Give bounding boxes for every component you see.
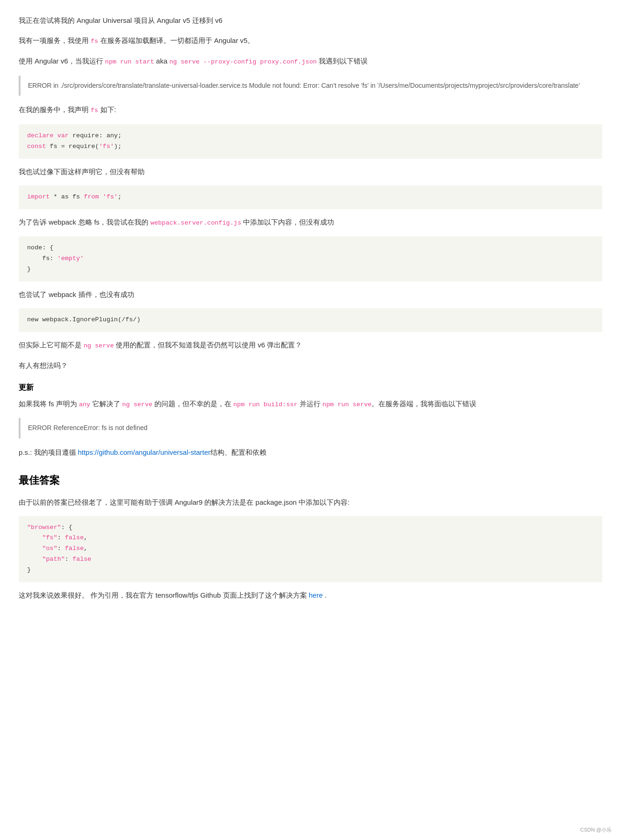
best-answer-title: 最佳答案 [19, 472, 602, 489]
best-answer-title-text: 最佳答案 [19, 474, 60, 486]
para-webpack-code: webpack.server.config.js [151, 219, 241, 226]
update-title: 更新 [19, 381, 602, 394]
paragraph-ideas: 有人有想法吗？ [19, 359, 602, 372]
para-ngserve-before: 但实际上它可能不是 [19, 341, 84, 349]
paragraph-1: 我正在尝试将我的 Angular Universal 项目从 Angular v… [19, 14, 602, 27]
para-update-before: 如果我将 fs 声明为 [19, 400, 79, 408]
para-ps-after: 结构、配置和依赖 [210, 448, 266, 456]
para3-code-ng-serve: ng serve --proxy-config proxy.conf.json [169, 58, 317, 65]
paragraph-best: 由于以前的答案已经很老了，这里可能有助于强调 Angular9 的解决方法是在 … [19, 496, 602, 508]
para-update-code-serve: npm run serve [322, 401, 371, 408]
para-ps-before: p.s.: 我的项目遵循 [19, 448, 78, 456]
para-declare-code: fs [91, 107, 98, 114]
para-declare-after: 如下: [98, 106, 116, 113]
para2-after: 在服务器端加载翻译。一切都适用于 Angular v5。 [98, 36, 254, 44]
para-update-middle1: 它解决了 [90, 400, 122, 408]
paragraph-plugin: 也尝试了 webpack 插件，也没有成功 [19, 288, 602, 301]
para-final-after: . [323, 591, 327, 599]
para-update-code-any: any [79, 401, 90, 408]
para-ps-link[interactable]: https://github.com/angular/universal-sta… [78, 448, 210, 456]
paragraph-update: 如果我将 fs 声明为 any 它解决了 ng serve 的问题，但不幸的是，… [19, 397, 602, 410]
paragraph-3: 使用 Angular v6，当我运行 npm run start aka ng … [19, 55, 602, 68]
error-block-2: ERROR ReferenceError: fs is not defined [19, 418, 602, 438]
update-title-text: 更新 [19, 383, 34, 391]
code-block-5: "browser": { "fs": false, "os": false, "… [19, 516, 602, 583]
para-update-code-ngserve: ng serve [122, 401, 153, 408]
para-ngserve-after: 使用的配置，但我不知道我是否仍然可以使用 v6 弹出配置？ [114, 341, 302, 349]
para1-text: 我正在尝试将我的 Angular Universal 项目从 Angular v… [19, 16, 223, 24]
code-block-4: new webpack.IgnorePlugin(/fs/) [19, 308, 602, 332]
paragraph-2: 我有一项服务，我使用 fs 在服务器端加载翻译。一切都适用于 Angular v… [19, 34, 602, 47]
para2-code-fs: fs [91, 38, 98, 45]
para-best-text: 由于以前的答案已经很老了，这里可能有助于强调 Angular9 的解决方法是在 … [19, 498, 349, 506]
paragraph-ps: p.s.: 我的项目遵循 https://github.com/angular/… [19, 446, 602, 459]
para-plugin-text: 也尝试了 webpack 插件，也没有成功 [19, 290, 134, 298]
error-block-1-text: ERROR in ./src/providers/core/translate/… [28, 82, 580, 89]
para3-middle: aka [154, 57, 169, 65]
para-ideas-text: 有人有想法吗？ [19, 361, 68, 369]
paragraph-declare: 在我的服务中，我声明 fs 如下: [19, 103, 602, 116]
para-declare-before: 在我的服务中，我声明 [19, 106, 91, 113]
code-block-2: import * as fs from 'fs'; [19, 185, 602, 209]
para-update-middle3: 并运行 [298, 400, 322, 408]
para-update-code-build: npm run build:ssr [233, 401, 298, 408]
error-block-1: ERROR in ./src/providers/core/translate/… [19, 76, 602, 96]
para-update-after: 。在服务器端，我将面临以下错误 [371, 400, 476, 408]
para-tried-text: 我也试过像下面这样声明它，但没有帮助 [19, 168, 145, 176]
para-update-middle2: 的问题，但不幸的是，在 [153, 400, 233, 408]
para3-code-npm-run-start: npm run start [105, 58, 154, 65]
para2-before: 我有一项服务，我使用 [19, 36, 91, 44]
para-webpack-after: 中添加以下内容，但没有成功 [241, 218, 334, 226]
para3-before: 使用 Angular v6，当我运行 [19, 57, 105, 65]
code-block-3: node: { fs: 'empty' } [19, 236, 602, 282]
para-ngserve-code: ng serve [84, 342, 114, 349]
para-final-before: 这对我来说效果很好。 作为引用，我在官方 tensorflow/tfjs Git… [19, 591, 309, 599]
para-webpack-before: 为了告诉 webpack 忽略 fs，我尝试在我的 [19, 218, 151, 226]
paragraph-webpack: 为了告诉 webpack 忽略 fs，我尝试在我的 webpack.server… [19, 216, 602, 229]
paragraph-ngserve: 但实际上它可能不是 ng serve 使用的配置，但我不知道我是否仍然可以使用 … [19, 339, 602, 352]
paragraph-tried: 我也试过像下面这样声明它，但没有帮助 [19, 165, 602, 178]
paragraph-final: 这对我来说效果很好。 作为引用，我在官方 tensorflow/tfjs Git… [19, 589, 602, 601]
para-final-link[interactable]: here [309, 591, 323, 599]
para3-after: 我遇到以下错误 [317, 57, 368, 65]
code-block-1: declare var require: any; const fs = req… [19, 124, 602, 159]
error-block-2-text: ERROR ReferenceError: fs is not defined [28, 424, 147, 431]
